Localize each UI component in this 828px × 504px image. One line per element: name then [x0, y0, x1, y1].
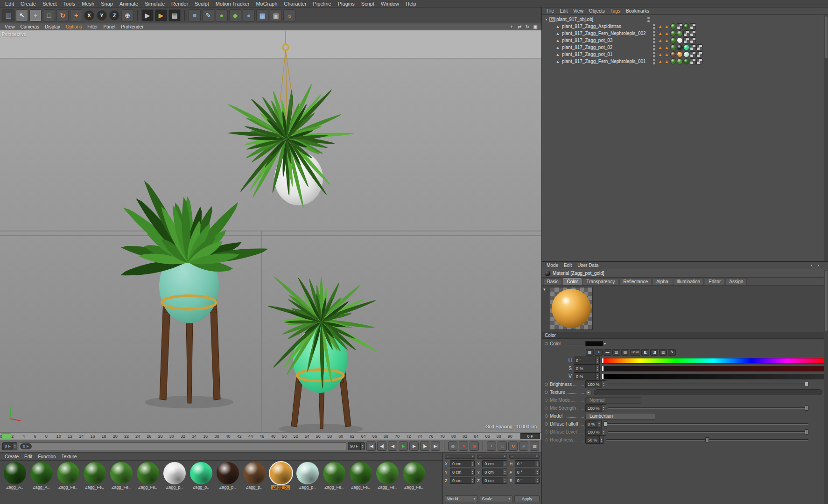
scale-tool[interactable]: □	[43, 9, 55, 21]
attribute-menu-mode[interactable]: Mode	[544, 263, 561, 268]
material-item[interactable]: Zagg_Fe..	[108, 462, 134, 490]
phong-tag-icon[interactable]	[664, 44, 670, 50]
brightness-slider[interactable]	[608, 381, 808, 387]
tab-basic[interactable]: Basic	[543, 278, 562, 285]
material-item[interactable]: Zagg_Fe..	[401, 462, 427, 490]
menubar-mograph[interactable]: MoGraph	[253, 1, 281, 7]
menubar-create[interactable]: Create	[17, 1, 39, 7]
size-y-field[interactable]: 0 cm	[482, 469, 507, 476]
position-y-field[interactable]: 0 cm	[450, 469, 475, 476]
goto-start-button[interactable]: |◀	[366, 441, 376, 451]
spectrum-icon[interactable]: ▬	[603, 349, 611, 356]
apply-button[interactable]: Apply	[514, 495, 540, 502]
tab-assign[interactable]: Assign	[725, 278, 747, 285]
keyframe-selection-button[interactable]: ◍	[448, 441, 457, 451]
visibility-toggles[interactable]	[651, 59, 657, 64]
visibility-toggles[interactable]	[645, 17, 652, 22]
phong-tag-icon[interactable]	[664, 30, 670, 36]
texture-tag-icon[interactable]	[677, 30, 683, 36]
live-selection-tool[interactable]: ↖	[16, 9, 28, 21]
move-tool[interactable]: +	[29, 9, 42, 21]
diffuse-level-field[interactable]: 100 %	[585, 428, 606, 436]
object-manager-menu-edit[interactable]: Edit	[557, 8, 570, 14]
material-menu-edit[interactable]: Edit	[21, 454, 35, 459]
visibility-toggles[interactable]	[651, 52, 657, 57]
keyframe-rotation-toggle[interactable]: ↻	[508, 441, 518, 451]
animate-dot[interactable]	[545, 383, 548, 386]
uvw-tag-icon[interactable]	[696, 44, 702, 50]
coordinates-column-menu[interactable]	[445, 455, 475, 459]
menubar-character[interactable]: Character	[281, 1, 309, 7]
frame-range-slider[interactable]: 0 F	[19, 442, 346, 450]
uvw-tag-icon[interactable]	[690, 51, 696, 57]
render-picture-viewer-button[interactable]: ▶	[155, 9, 167, 21]
spinner-arrows-icon[interactable]	[595, 357, 599, 364]
texture-tag-icon[interactable]	[670, 30, 676, 36]
coordinates-world-dropdown[interactable]: World	[445, 495, 478, 502]
viewport-menu-filter[interactable]: Filter	[84, 24, 100, 29]
color-swatch[interactable]	[585, 341, 603, 346]
rotation-p-field[interactable]: 0 °	[515, 469, 540, 476]
uvw-tag-icon[interactable]	[690, 23, 696, 29]
object-row[interactable]: plant_917_Zagg_pot_03	[542, 37, 828, 44]
color-wheel-icon[interactable]: ◑	[595, 349, 603, 356]
v-value-field[interactable]: 0 %	[574, 372, 600, 380]
visibility-toggles[interactable]	[651, 31, 657, 36]
prev-frame-button[interactable]: ◀	[388, 441, 397, 451]
object-manager-menu-objects[interactable]: Objects	[586, 8, 608, 14]
keyframe-position-toggle[interactable]: +	[487, 441, 496, 451]
last-used-tool[interactable]: +	[70, 9, 82, 21]
maximize-view-icon[interactable]: ▣	[532, 24, 539, 29]
animate-dot[interactable]	[545, 430, 548, 434]
next-frame-button[interactable]: ▶	[409, 441, 419, 451]
pan-view-icon[interactable]: +	[508, 24, 515, 29]
animate-dot[interactable]	[545, 422, 548, 426]
frame-slider-handle[interactable]: 0 F	[20, 443, 32, 449]
tab-color[interactable]: Color	[563, 278, 582, 285]
slider-handle[interactable]	[603, 421, 607, 427]
h-gradient-slider[interactable]	[602, 358, 825, 364]
material-item[interactable]: Zagg_A..	[2, 462, 28, 490]
s-value-field[interactable]: 0 %	[574, 364, 600, 372]
material-item[interactable]: Zagg_A..	[28, 462, 54, 490]
material-item[interactable]: Zagg_p..	[268, 462, 294, 490]
position-z-field[interactable]: 0 cm	[450, 477, 475, 484]
history-back-icon[interactable]: ‹	[809, 263, 814, 268]
animate-dot[interactable]	[545, 406, 548, 410]
add-mograph-button[interactable]: ●	[216, 9, 228, 21]
object-manager-menu-tags[interactable]: Tags	[608, 8, 623, 14]
keyframe-parameter-toggle[interactable]: P	[519, 441, 528, 451]
swatches-icon[interactable]: ▤	[621, 349, 629, 356]
menubar-render[interactable]: Render	[168, 1, 191, 7]
object-manager-menu-file[interactable]: File	[544, 8, 557, 14]
texture-tag-icon[interactable]	[670, 23, 676, 29]
slider-handle[interactable]	[805, 382, 808, 387]
texture-tag-icon[interactable]	[683, 58, 689, 64]
material-item[interactable]: Zagg_Fe..	[55, 462, 81, 490]
uvw-tag-icon[interactable]	[696, 58, 702, 64]
rotate-view-icon[interactable]: ↻	[524, 24, 531, 29]
menubar-help[interactable]: Help	[402, 1, 420, 7]
menubar-window[interactable]: Window	[378, 1, 402, 7]
attribute-manager-scrollbar[interactable]	[824, 270, 828, 504]
viewport-menu-display[interactable]: Display	[42, 24, 63, 29]
end-frame-field[interactable]: 90 F	[348, 442, 365, 450]
h-value-field[interactable]: 0 °	[574, 357, 600, 364]
uvw-tag-icon[interactable]	[696, 51, 702, 57]
color-picker-icon[interactable]: ✎	[668, 349, 676, 356]
animate-dot[interactable]	[545, 342, 548, 345]
menubar-snap[interactable]: Snap	[98, 1, 116, 7]
viewport[interactable]: Perspective Grid Spacing : 10000 cm	[0, 30, 541, 432]
viewport-camera-label[interactable]: Perspective	[2, 32, 26, 37]
uvw-tag-icon[interactable]	[690, 30, 696, 36]
diffuse-falloff-field[interactable]: 0 %	[585, 420, 602, 428]
phong-tag-icon[interactable]	[664, 58, 670, 64]
object-row-root[interactable]: Loplant_917_obj.obj	[542, 16, 828, 23]
texture-tag-icon[interactable]	[677, 51, 683, 57]
menubar-sculpt[interactable]: Sculpt	[191, 1, 212, 7]
texture-tag-icon[interactable]	[670, 44, 676, 50]
material-item[interactable]: Zagg_p..	[188, 462, 214, 490]
scrollbar-thumb[interactable]	[825, 16, 828, 58]
material-item[interactable]: Zagg_Fe..	[135, 462, 161, 490]
render-view-button[interactable]: ▶	[141, 9, 154, 21]
